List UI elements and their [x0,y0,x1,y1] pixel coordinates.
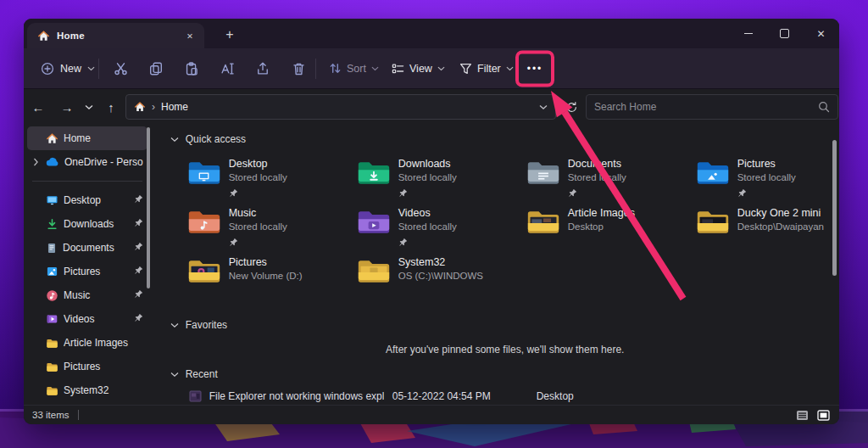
sidebar-divider [32,181,142,182]
search-icon [818,101,830,113]
breadcrumb-separator: › [152,101,155,113]
filter-button[interactable]: Filter [453,54,520,83]
tile-music[interactable]: Music Stored locally [187,207,357,256]
share-icon [256,62,270,76]
pin-icon [134,266,143,277]
tab-close-icon[interactable]: ✕ [182,28,198,43]
sidebar-item-home[interactable]: Home [27,126,147,150]
tile-subtitle: Stored locally [229,171,287,183]
up-button[interactable]: ↑ [98,94,124,120]
system-folder-icon [357,258,391,285]
home-icon [134,101,146,113]
tab-title: Home [57,31,175,41]
tile-subtitle: Stored locally [398,171,457,183]
videos-icon [46,313,58,325]
tile-documents[interactable]: Documents Stored locally [526,158,696,207]
tile-name: Pictures [737,158,796,171]
view-toggles [794,409,831,422]
section-collapse-icon[interactable] [170,322,179,328]
tile-ducky-one-2-mini[interactable]: Ducky One 2 mini Desktop\Dwaipayan [696,207,839,256]
section-collapse-icon[interactable] [170,137,179,143]
tile-pictures-d-drive[interactable]: Pictures New Volume (D:) [187,256,357,305]
close-button[interactable]: ✕ [803,19,839,48]
copy-button[interactable] [141,54,171,83]
sidebar-item-article-images[interactable]: Article Images [27,331,147,355]
photo-folder-icon [696,209,730,236]
large-icons-icon [817,410,830,421]
sort-label: Sort [347,63,366,75]
tile-subtitle: Stored locally [568,171,626,183]
minimize-button[interactable] [730,19,766,48]
sort-button[interactable]: Sort [322,54,386,83]
tile-name: System32 [398,256,483,269]
sidebar-item-pictures[interactable]: Pictures [27,260,147,283]
tile-videos[interactable]: Videos Stored locally [357,207,526,256]
view-button[interactable]: View [385,54,452,83]
tile-desktop[interactable]: Desktop Stored locally [187,158,357,207]
section-label: Recent [186,368,218,380]
sidebar-item-label: Pictures [64,361,143,372]
sidebar-item-pictures-folder[interactable]: Pictures [27,355,147,378]
new-button[interactable]: New [34,54,102,83]
cut-button[interactable] [105,54,136,83]
address-bar[interactable]: › Home [125,94,556,120]
recent-file-name: File Explorer not working windows explor… [209,390,384,402]
sidebar-item-videos[interactable]: Videos [27,307,147,331]
sidebar-item-label: Article Images [64,337,143,349]
sidebar-item-system32[interactable]: System32 [27,378,147,402]
section-quick-access[interactable]: Quick access [170,132,839,147]
tile-name: Downloads [398,158,457,171]
sidebar-scrollbar[interactable] [147,127,150,288]
new-tab-button[interactable]: + [219,24,241,45]
onedrive-cloud-icon [46,157,59,167]
refresh-button[interactable] [559,94,583,120]
section-label: Quick access [186,133,246,145]
delete-button[interactable] [283,54,314,83]
section-favorites[interactable]: Favorites [170,317,839,333]
pin-icon [737,186,796,195]
expand-chevron-icon[interactable] [31,158,41,166]
back-button[interactable]: ← [25,94,51,120]
sidebar-item-desktop[interactable]: Desktop [27,188,147,212]
search-box[interactable] [586,94,838,120]
tile-name: Music [229,207,287,220]
tile-subtitle: Stored locally [229,221,287,232]
sidebar-item-music[interactable]: Music [27,283,147,307]
tile-pictures[interactable]: Pictures Stored locally [696,158,839,207]
see-more-button[interactable]: ••• [520,54,550,83]
paste-button[interactable] [176,54,207,83]
search-input[interactable] [594,101,813,113]
sidebar-item-documents[interactable]: Documents [27,236,147,260]
maximize-button[interactable] [766,19,803,48]
recent-locations-button[interactable] [80,94,98,120]
tile-system32[interactable]: System32 OS (C:)\WINDOWS [357,256,526,305]
pin-icon [134,313,143,325]
sidebar-item-onedrive[interactable]: OneDrive - Perso [27,150,147,174]
tab-home[interactable]: Home ✕ [27,23,204,48]
sidebar-item-label: Documents [63,242,129,254]
sidebar-item-label: System32 [64,384,143,396]
tile-downloads[interactable]: Downloads Stored locally [357,158,526,207]
content-scrollbar[interactable] [832,140,837,276]
breadcrumb-home[interactable]: Home [161,101,188,113]
sidebar-item-label: Videos [64,313,129,325]
large-icons-view-toggle[interactable] [815,409,831,422]
rename-button[interactable] [212,54,242,83]
window-caption-controls: ✕ [730,19,839,48]
section-collapse-icon[interactable] [170,372,179,378]
tile-subtitle: Stored locally [737,171,796,183]
pin-icon [134,218,143,230]
section-recent[interactable]: Recent [170,367,839,382]
share-button[interactable] [248,54,278,83]
downloads-icon [46,218,58,231]
sidebar-item-downloads[interactable]: Downloads [27,212,147,236]
address-dropdown-icon[interactable] [539,104,548,110]
tile-article-images[interactable]: Article Images Desktop [526,207,696,256]
details-view-toggle[interactable] [794,409,810,422]
file-thumbnail-icon [189,390,202,402]
quick-access-grid: Desktop Stored locally [187,158,839,305]
recent-file-row[interactable]: File Explorer not working windows explor… [189,390,839,402]
documents-folder-icon [526,160,560,187]
forward-button[interactable]: → [54,94,80,120]
pin-icon [134,289,143,301]
